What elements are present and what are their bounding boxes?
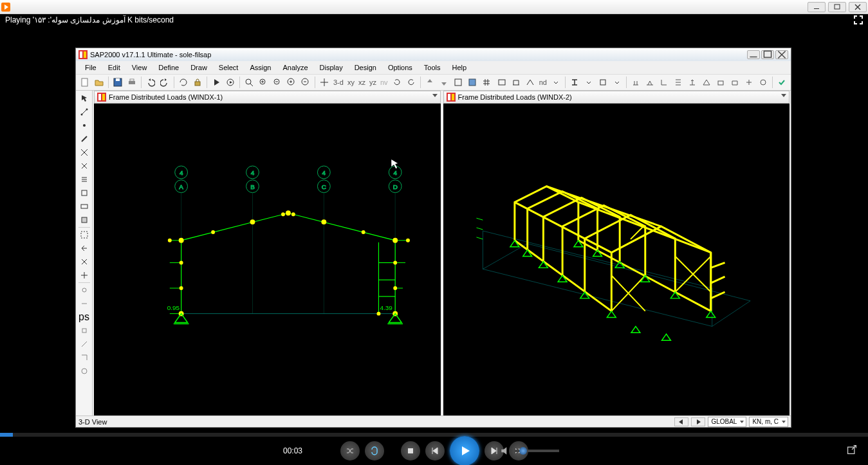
tb-assign1-icon[interactable] <box>629 76 642 89</box>
tb-frame3-icon[interactable] <box>524 76 537 89</box>
tb-run2-icon[interactable] <box>224 76 237 89</box>
tb-refresh-icon[interactable] <box>177 76 190 89</box>
view-left-tab[interactable]: Frame Distributed Loads (WINDX-1) <box>94 91 441 104</box>
side-frame-icon[interactable] <box>77 132 91 145</box>
menu-assign[interactable]: Assign <box>245 62 276 73</box>
tb-zoom-extents-icon[interactable] <box>257 76 270 89</box>
menu-analyze[interactable]: Analyze <box>277 62 313 73</box>
side-sel-inter-icon[interactable] <box>77 269 91 282</box>
menu-options[interactable]: Options <box>383 62 418 73</box>
view-right-canvas[interactable] <box>443 104 790 415</box>
side-rect-icon[interactable] <box>77 200 91 213</box>
side-snap3-icon[interactable]: ps <box>77 311 91 324</box>
tb-assign4-icon[interactable] <box>672 76 685 89</box>
tb-print-icon[interactable] <box>125 76 138 89</box>
volume-track[interactable] <box>514 450 559 452</box>
tb-assign9-icon[interactable] <box>743 76 755 89</box>
tb-dd3-icon[interactable] <box>611 76 623 89</box>
side-snap5-icon[interactable] <box>77 338 91 351</box>
side-area-icon[interactable] <box>77 187 91 199</box>
tb-xz-button[interactable]: xz <box>357 78 367 86</box>
volume-control[interactable] <box>500 446 559 456</box>
status-prev-button[interactable] <box>674 417 688 426</box>
tb-section-icon[interactable] <box>596 76 609 89</box>
tb-run-icon[interactable] <box>210 76 223 89</box>
player-close-button[interactable] <box>849 2 867 12</box>
player-maximize-button[interactable] <box>828 2 846 12</box>
tb-pan-icon[interactable] <box>318 76 331 89</box>
volume-knob[interactable] <box>519 447 527 455</box>
tb-assign5-icon[interactable] <box>686 76 699 89</box>
menu-tools[interactable]: Tools <box>419 62 446 73</box>
tb-assign2-icon[interactable] <box>643 76 656 89</box>
shuffle-button[interactable] <box>340 441 360 460</box>
tb-zoom-in-icon[interactable] <box>285 76 298 89</box>
tb-up-icon[interactable] <box>423 76 436 89</box>
tb-undo-icon[interactable] <box>144 76 157 89</box>
view-right-tab[interactable]: Frame Distributed Loads (WINDX-2) <box>443 91 790 104</box>
menu-file[interactable]: File <box>80 62 102 73</box>
view-left-canvas[interactable]: 4 A 4 B 4 <box>94 104 441 415</box>
tb-dd1-icon[interactable] <box>549 76 562 89</box>
status-next-button[interactable] <box>691 417 705 426</box>
side-joint-icon[interactable] <box>77 119 91 132</box>
popout-button[interactable] <box>846 444 858 458</box>
tb-lock-icon[interactable] <box>191 76 204 89</box>
play-button[interactable] <box>450 436 479 465</box>
menu-define[interactable]: Define <box>153 62 184 73</box>
chevron-down-icon[interactable] <box>781 94 786 97</box>
prev-button[interactable] <box>425 441 445 460</box>
menu-view[interactable]: View <box>127 62 152 73</box>
tb-rotate-icon[interactable] <box>391 76 403 89</box>
side-sel-all-icon[interactable] <box>77 228 91 241</box>
tb-assign3-icon[interactable] <box>658 76 670 89</box>
tb-rotate2-icon[interactable] <box>405 76 418 89</box>
side-quickarea-icon[interactable] <box>77 214 91 226</box>
tb-frame2-icon[interactable] <box>510 76 522 89</box>
repeat-button[interactable] <box>365 441 384 460</box>
chevron-down-icon[interactable] <box>432 94 438 97</box>
tb-new-icon[interactable] <box>78 76 91 89</box>
sap-maximize-button[interactable] <box>761 50 774 59</box>
side-sel-clear-icon[interactable] <box>77 255 91 268</box>
tb-zoom-window-icon[interactable] <box>243 76 255 89</box>
side-brace-icon[interactable] <box>77 160 91 172</box>
side-secondary-icon[interactable] <box>77 173 91 186</box>
tb-assign7-icon[interactable] <box>714 76 727 89</box>
side-snap4-icon[interactable] <box>77 324 91 337</box>
side-sel-prev-icon[interactable] <box>77 242 91 255</box>
tb-frame1-icon[interactable] <box>495 76 508 89</box>
tb-redo-icon[interactable] <box>158 76 171 89</box>
tb-save-icon[interactable] <box>111 76 124 89</box>
tb-assign10-icon[interactable] <box>757 76 770 89</box>
side-quickframe-icon[interactable] <box>77 146 91 159</box>
tb-down-icon[interactable] <box>438 76 450 89</box>
tb-grid-icon[interactable] <box>480 76 493 89</box>
menu-draw[interactable]: Draw <box>185 62 212 73</box>
tb-zoom-prev-icon[interactable] <box>271 76 284 89</box>
tb-check-icon[interactable] <box>775 76 788 89</box>
fullscreen-icon[interactable] <box>854 15 863 24</box>
menu-design[interactable]: Design <box>349 62 382 73</box>
menu-edit[interactable]: Edit <box>103 62 125 73</box>
tb-yz-button[interactable]: yz <box>368 78 378 86</box>
tb-zoom-out-icon[interactable] <box>299 76 312 89</box>
tb-nd-button[interactable]: nd <box>538 78 548 86</box>
tb-object-icon[interactable] <box>452 76 465 89</box>
menu-display[interactable]: Display <box>315 62 348 73</box>
side-snap6-icon[interactable] <box>77 351 91 364</box>
tb-ibeam-icon[interactable] <box>568 76 581 89</box>
tb-assign6-icon[interactable] <box>700 76 713 89</box>
status-coord-combo[interactable]: GLOBAL <box>708 417 746 427</box>
sap-close-button[interactable] <box>775 50 788 59</box>
player-minimize-button[interactable] <box>808 2 826 12</box>
tb-nv-button[interactable]: nv <box>379 78 389 86</box>
tb-assign8-icon[interactable] <box>728 76 741 89</box>
status-units-combo[interactable]: KN, m, C <box>749 417 788 427</box>
side-pointer-icon[interactable] <box>77 92 91 105</box>
sap-minimize-button[interactable] <box>747 50 760 59</box>
tb-object2-icon[interactable] <box>466 76 479 89</box>
tb-xy-button[interactable]: xy <box>346 78 356 86</box>
side-snap1-icon[interactable] <box>77 284 91 296</box>
tb-dd2-icon[interactable] <box>582 76 595 89</box>
